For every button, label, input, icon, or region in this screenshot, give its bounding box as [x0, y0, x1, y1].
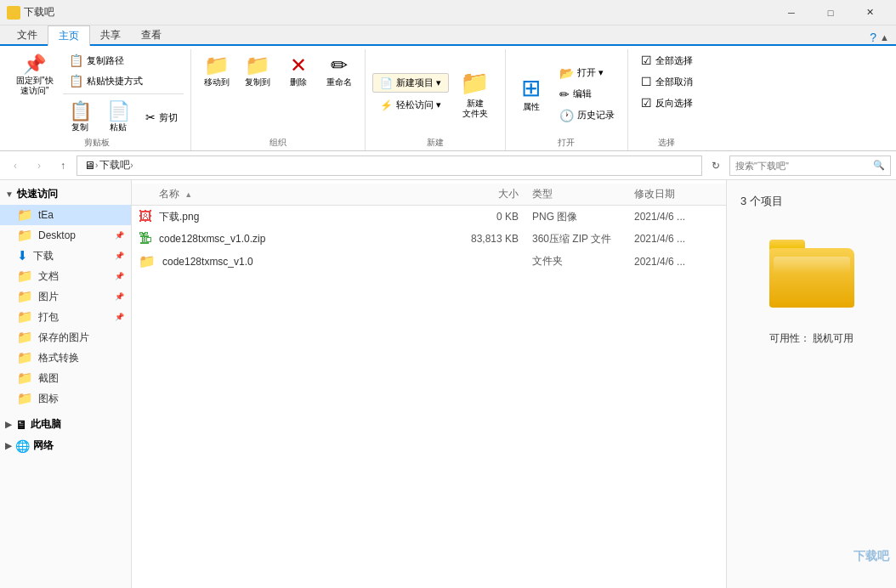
sidebar-item-docs[interactable]: 📁 文档 📌 [0, 266, 131, 286]
tab-share[interactable]: 共享 [90, 25, 131, 44]
sidebar-network-header[interactable]: ▶ 🌐 网络 [0, 435, 131, 456]
path-chevron-2: › [130, 161, 133, 170]
paste-shortcut-button[interactable]: 📋 粘贴快捷方式 [63, 71, 184, 90]
move-to-button[interactable]: 📁 移动到 [198, 51, 235, 92]
sidebar-item-icon[interactable]: 📁 图标 [0, 388, 131, 409]
sidebar-item-label: tEa [38, 209, 54, 221]
open-btn[interactable]: 📂 打开 ▾ [553, 64, 621, 82]
file-list-header: 名称 ▲ 大小 类型 修改日期 [132, 184, 726, 206]
paste-shortcut-icon: 📋 [69, 74, 83, 88]
delete-button[interactable]: ✕ 删除 [280, 51, 317, 92]
sidebar-item-screenshot[interactable]: 📁 截图 [0, 368, 131, 388]
copy-button[interactable]: 📋 复制 [63, 98, 98, 137]
sidebar-item-desktop[interactable]: 📁 Desktop 📌 [0, 225, 131, 246]
tab-file[interactable]: 文件 [7, 25, 48, 44]
forward-button[interactable]: › [29, 155, 49, 176]
move-to-label: 移动到 [204, 77, 230, 88]
easy-access-button[interactable]: ⚡ 轻松访问 ▾ [372, 95, 449, 115]
open-label: 打开 ▾ [577, 66, 604, 79]
sidebar-thispc-header[interactable]: ▶ 🖥 此电脑 [0, 414, 131, 435]
select-none-button[interactable]: ☐ 全部取消 [635, 72, 699, 91]
folder-body [769, 248, 854, 308]
sidebar-item-images[interactable]: 📁 图片 📌 [0, 286, 131, 307]
select-all-button[interactable]: ☑ 全部选择 [635, 51, 699, 70]
path-segment-folder: › 下载吧 [95, 158, 130, 172]
pin-label: 固定到"快速访问" [16, 76, 54, 96]
tab-view[interactable]: 查看 [131, 25, 172, 44]
open-label: 打开 [558, 137, 575, 150]
file2-name: code128txmsc_v1.0.zip [159, 233, 447, 245]
select-all-icon: ☑ [641, 54, 652, 67]
delete-icon: ✕ [290, 55, 307, 76]
file-row[interactable]: 🗜 code128txmsc_v1.0.zip 83,813 KB 360压缩 … [132, 228, 726, 250]
thispc-icon: 🖥 [15, 418, 27, 432]
search-input[interactable] [735, 161, 870, 171]
select-all-label: 全部选择 [655, 54, 693, 67]
sidebar-item-format-convert[interactable]: 📁 格式转换 [0, 348, 131, 368]
preview-count: 3 个项目 [740, 194, 783, 209]
refresh-button[interactable]: ↻ [706, 155, 726, 176]
invert-select-button[interactable]: ☑ 反向选择 [635, 93, 699, 112]
sidebar-item-pack[interactable]: 📁 打包 📌 [0, 307, 131, 327]
paste-label: 粘贴 [110, 122, 127, 133]
new-folder-button[interactable]: 📁 新建文件夹 [452, 65, 498, 123]
ribbon-collapse-icon[interactable]: ▲ [880, 32, 889, 42]
edit-button[interactable]: ✏ 编辑 [553, 85, 621, 104]
history-button[interactable]: 🕐 历史记录 [553, 106, 621, 125]
ribbon-help-icon[interactable]: ? [870, 31, 876, 44]
network-label: 网络 [33, 438, 54, 453]
delete-label: 删除 [290, 77, 307, 88]
pin-button[interactable]: 📌 固定到"快速访问" [10, 51, 60, 100]
folder-shine [774, 257, 850, 274]
col-header-type[interactable]: 类型 [532, 187, 634, 201]
file-row[interactable]: 📁 code128txmsc_v1.0 文件夹 2021/4/6 ... [132, 250, 726, 273]
close-button[interactable]: ✕ [850, 0, 889, 25]
sidebar-folder-icon: 📁 [17, 207, 33, 223]
rename-button[interactable]: ✏ 重命名 [320, 51, 358, 92]
up-button[interactable]: ↑ [53, 155, 73, 176]
sidebar-images-label: 图片 [38, 290, 59, 304]
col-header-name[interactable]: 名称 ▲ [139, 187, 447, 201]
maximize-button[interactable]: □ [811, 0, 850, 25]
copy-path-button[interactable]: 📋 复制路径 [63, 51, 184, 70]
copy-label: 复制 [71, 122, 88, 133]
new-items: 📄 新建项目 ▾ ⚡ 轻松访问 ▾ 📁 新建文件夹 [372, 51, 498, 137]
sidebar-icon-label: 图标 [38, 392, 59, 406]
edit-label: 编辑 [573, 88, 592, 100]
ribbon-group-new: 📄 新建项目 ▾ ⚡ 轻松访问 ▾ 📁 新建文件夹 新建 [366, 49, 506, 150]
docs-pin: 📌 [115, 272, 124, 280]
title-bar-controls: ─ □ ✕ [772, 0, 889, 25]
new-item-button[interactable]: 📄 新建项目 ▾ [372, 73, 449, 93]
docs-icon: 📁 [17, 269, 33, 284]
path-root-icon: 🖥 [84, 159, 95, 172]
sidebar-item-download[interactable]: ⬇ 下载 📌 [0, 246, 131, 266]
desktop-pin: 📌 [115, 231, 124, 240]
tab-home[interactable]: 主页 [48, 25, 90, 46]
easy-access-label: 轻松访问 ▾ [396, 99, 441, 111]
file2-size: 83,813 KB [447, 233, 532, 245]
file1-type: PNG 图像 [532, 210, 634, 224]
copy-to-button[interactable]: 📁 复制到 [239, 51, 276, 92]
file-row[interactable]: 🖼 下载.png 0 KB PNG 图像 2021/4/6 ... [132, 206, 726, 228]
properties-button[interactable]: ⊞ 属性 [513, 72, 550, 116]
paste-button[interactable]: 📄 粘贴 [101, 98, 136, 137]
search-box[interactable]: 🔍 [729, 155, 891, 176]
thispc-chevron: ▶ [5, 420, 12, 429]
col-header-date[interactable]: 修改日期 [634, 187, 719, 201]
sidebar-item-saved-images[interactable]: 📁 保存的图片 [0, 327, 131, 348]
new-item-label: 新建项目 ▾ [396, 76, 441, 89]
file1-size: 0 KB [447, 211, 532, 223]
sidebar-quick-access-header[interactable]: ▼ 快速访问 [0, 184, 131, 205]
address-path[interactable]: 🖥 › 下载吧 › [77, 155, 702, 176]
network-chevron: ▶ [5, 441, 12, 450]
network-icon: 🌐 [15, 439, 30, 453]
sidebar-item-download-ba[interactable]: 📁 tEa [0, 205, 131, 225]
rename-icon: ✏ [331, 55, 348, 76]
rename-label: 重命名 [326, 77, 352, 88]
back-button[interactable]: ‹ [5, 155, 26, 176]
open-icon: 📂 [559, 66, 574, 80]
col-header-size[interactable]: 大小 [447, 187, 532, 201]
cut-label: 剪切 [159, 111, 178, 124]
minimize-button[interactable]: ─ [772, 0, 811, 25]
cut-button[interactable]: ✂ 剪切 [139, 108, 184, 127]
